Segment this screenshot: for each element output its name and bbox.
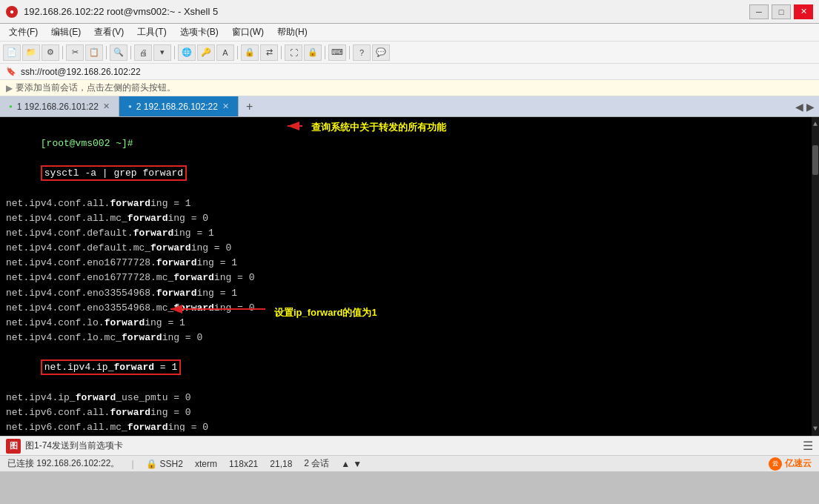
bottom-icon: 图	[6, 439, 21, 454]
tb-sep3	[130, 46, 131, 59]
maximize-button[interactable]: □	[772, 4, 791, 19]
tab-2[interactable]: ● 2 192.168.26.102:22 ✕	[119, 96, 239, 116]
line-9: net.ipv4.conf.lo.forwarding = 1	[6, 316, 813, 331]
status-sep1: |	[131, 459, 133, 469]
menu-tab[interactable]: 选项卡(B)	[174, 24, 225, 40]
menu-edit[interactable]: 编辑(E)	[45, 24, 87, 40]
ip-forward-highlight: net.ipv4.ip_forward = 1	[41, 359, 181, 375]
tb-chat[interactable]: 💬	[372, 44, 390, 61]
tb-sftp[interactable]: ⇄	[260, 44, 278, 61]
status-protocol: SSH2	[160, 459, 183, 469]
tab-add-button[interactable]: +	[239, 96, 260, 116]
tb-keyboard[interactable]: ⌨	[328, 44, 346, 61]
info-bar: ▶ 要添加当前会话，点击左侧的箭头按钮。	[0, 80, 819, 96]
status-position: 21,18	[270, 459, 292, 469]
brand-logo: 云 亿速云	[769, 457, 812, 471]
line-3: net.ipv4.conf.default.forwarding = 1	[6, 226, 813, 241]
terminal-prompt-line: [root@vms002 ~]# sysctl -a | grep forwar…	[6, 122, 813, 196]
tb-connect[interactable]: ⚙	[42, 44, 59, 61]
line-5: net.ipv4.conf.eno16777728.forwarding = 1	[6, 256, 813, 271]
tab-close-1[interactable]: ✕	[103, 102, 110, 111]
info-icon: ▶	[6, 83, 13, 93]
tab-1[interactable]: ● 1 192.168.26.101:22 ✕	[0, 96, 119, 116]
title-bar-left: ● 192.168.26.102:22 root@vms002:~ - Xshe…	[6, 6, 218, 18]
bottom-menu-icon[interactable]: ☰	[803, 439, 813, 453]
tab-prev-arrow[interactable]: ◀	[795, 101, 803, 113]
tab-dot-2: ●	[128, 103, 132, 110]
bottom-text: 图1-74发送到当前选项卡	[25, 440, 123, 452]
terminal-scrollbar[interactable]: ▲ ▼	[812, 117, 819, 436]
tab-bar: ● 1 192.168.26.101:22 ✕ ● 2 192.168.26.1…	[0, 96, 819, 117]
title-bar: ● 192.168.26.102:22 root@vms002:~ - Xshe…	[0, 0, 819, 24]
tb-sep2	[106, 46, 107, 59]
tb-sep5	[237, 46, 238, 59]
menu-tools[interactable]: 工具(T)	[131, 24, 172, 40]
line-2: net.ipv4.conf.all.mc_forwarding = 0	[6, 211, 813, 226]
tb-sep1	[62, 46, 63, 59]
toolbar: 📄 📁 ⚙ ✂ 📋 🔍 🖨 ▾ 🌐 🔑 A 🔒 ⇄ ⛶ 🔒 ⌨ ? 💬	[0, 42, 819, 64]
line-4: net.ipv4.conf.default.mc_forwarding = 0	[6, 241, 813, 256]
tab-nav-arrows: ◀ ▶	[791, 96, 819, 116]
app-icon: ●	[6, 6, 18, 18]
menu-window[interactable]: 窗口(W)	[226, 24, 270, 40]
addr-icon: 🔖	[6, 67, 16, 76]
tb-globe[interactable]: 🌐	[178, 44, 196, 61]
tb-copy[interactable]: 📋	[85, 44, 103, 61]
tb-sep8	[349, 46, 350, 59]
command-highlight: sysctl -a | grep forward	[41, 165, 187, 181]
lock-icon: 🔒	[146, 459, 157, 469]
minimize-button[interactable]: ─	[749, 4, 769, 19]
space	[41, 153, 47, 164]
tb-printopt[interactable]: ▾	[153, 44, 171, 61]
tab-label-2: 2 192.168.26.102:22	[136, 102, 218, 112]
tab-label-1: 1 192.168.26.101:22	[17, 102, 99, 112]
brand-icon: 云	[769, 457, 782, 471]
line-10: net.ipv4.conf.lo.mc_forwarding = 0	[6, 331, 813, 345]
line-8: net.ipv4.conf.eno33554968.mc_forwarding …	[6, 301, 813, 316]
line-12: net.ipv4.ip_forward_use_pmtu = 0	[6, 391, 813, 405]
tb-key[interactable]: 🔑	[197, 44, 215, 61]
tb-font[interactable]: A	[216, 44, 234, 61]
tb-new[interactable]: 📄	[3, 44, 21, 61]
terminal-content: [root@vms002 ~]# sysctl -a | grep forwar…	[6, 122, 813, 431]
status-up-arrow[interactable]: ▲	[341, 459, 350, 469]
tb-lock2[interactable]: 🔒	[304, 44, 322, 61]
menu-view[interactable]: 查看(V)	[88, 24, 130, 40]
window-controls: ─ □ ✕	[749, 4, 813, 19]
brand-name: 亿速云	[785, 457, 812, 470]
address-bar: 🔖 ssh://root@192.168.26.102:22	[0, 64, 819, 80]
status-right: 云 亿速云	[769, 457, 812, 471]
menu-help[interactable]: 帮助(H)	[271, 24, 314, 40]
status-size: 118x21	[229, 459, 258, 469]
tb-sep7	[325, 46, 325, 59]
menu-bar: 文件(F) 编辑(E) 查看(V) 工具(T) 选项卡(B) 窗口(W) 帮助(…	[0, 24, 819, 42]
status-down-arrow[interactable]: ▼	[353, 459, 362, 469]
line-6: net.ipv4.conf.eno16777728.mc_forwarding …	[6, 271, 813, 285]
tb-cut[interactable]: ✂	[66, 44, 84, 61]
line-14: net.ipv6.conf.all.mc_forwarding = 0	[6, 420, 813, 431]
line-13: net.ipv6.conf.all.forwarding = 0	[6, 405, 813, 420]
status-encoding: xterm	[195, 459, 217, 469]
terminal[interactable]: [root@vms002 ~]# sysctl -a | grep forwar…	[0, 117, 819, 436]
tab-dot-1: ●	[9, 103, 13, 110]
scroll-down[interactable]: ▼	[812, 423, 819, 437]
tb-open[interactable]: 📁	[22, 44, 40, 61]
tb-lock[interactable]: 🔒	[241, 44, 259, 61]
tb-fullscreen[interactable]: ⛶	[285, 44, 302, 61]
status-connected: 已连接 192.168.26.102:22。	[7, 457, 119, 470]
tb-help[interactable]: ?	[353, 44, 371, 61]
close-button[interactable]: ✕	[794, 4, 813, 19]
tb-print[interactable]: 🖨	[134, 44, 152, 61]
line-7: net.ipv4.conf.eno33554968.forwarding = 1	[6, 286, 813, 301]
tb-find[interactable]: 🔍	[110, 44, 127, 61]
tb-sep4	[174, 46, 175, 59]
status-sessions: 2 会话	[304, 457, 329, 470]
addr-text: ssh://root@192.168.26.102:22	[21, 67, 141, 77]
tab-close-2[interactable]: ✕	[222, 102, 229, 111]
scroll-thumb[interactable]	[812, 145, 818, 175]
tb-sep6	[281, 46, 282, 59]
scroll-up[interactable]: ▲	[812, 117, 819, 130]
menu-file[interactable]: 文件(F)	[3, 24, 44, 40]
tab-next-arrow[interactable]: ▶	[806, 101, 815, 113]
status-lock: 🔒 SSH2	[146, 459, 183, 469]
